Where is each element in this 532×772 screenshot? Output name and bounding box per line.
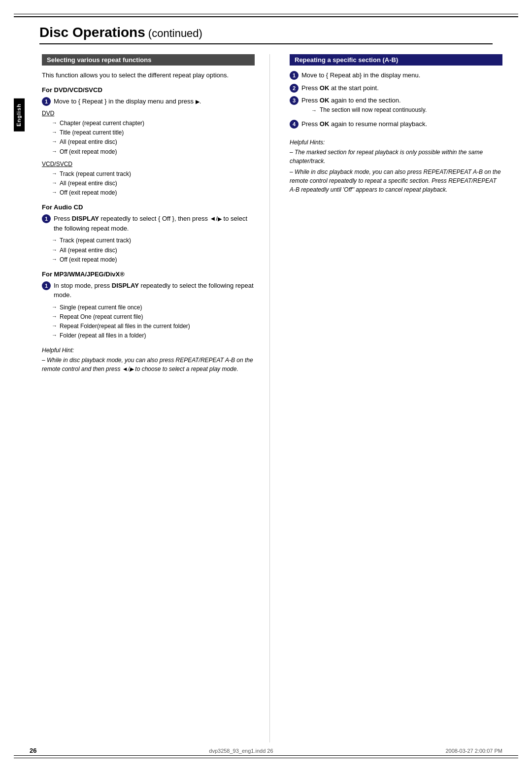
list-item: Off (exit repeat mode) <box>52 188 255 198</box>
step-number-r4: 4 <box>290 120 299 129</box>
column-divider <box>269 54 270 742</box>
step-number-1-mp3: 1 <box>42 281 51 290</box>
list-item: Single (repeat current file once) <box>52 303 255 312</box>
step-number-1-audio: 1 <box>42 214 51 223</box>
page-number: 26 <box>30 747 36 754</box>
page-title: Disc Operations (continued) <box>39 25 493 44</box>
step-number-r1: 1 <box>290 71 299 80</box>
list-item: Track (repeat current track) <box>52 236 255 245</box>
list-item: All (repeat entire disc) <box>52 137 255 147</box>
right-step1: 1 Move to { Repeat ab} in the display me… <box>290 70 502 80</box>
english-tab: English <box>14 99 25 132</box>
vcd-underline-heading: VCD/SVCD <box>42 161 255 168</box>
right-step3: 3 Press OK again to end the section. The… <box>290 96 502 116</box>
right-step3-text: Press OK again to end the section. The s… <box>301 96 502 116</box>
mp3-subheading: For MP3/WMA/JPEG/DivX® <box>42 270 255 278</box>
list-item: Off (exit repeat mode) <box>52 255 255 265</box>
step-number-r2: 2 <box>290 84 299 93</box>
dvd-step1: 1 Move to { Repeat } in the display menu… <box>42 97 255 106</box>
page: English Disc Operations (continued) Sele… <box>0 0 532 772</box>
bottom-border-outer <box>14 758 518 758</box>
dvd-underline-heading: DVD <box>42 110 255 117</box>
right-hint-title: Helpful Hints: <box>290 139 502 146</box>
content-area: Selecting various repeat functions This … <box>30 54 502 742</box>
step-number-1: 1 <box>42 97 51 106</box>
list-item: Folder (repeat all files in a folder) <box>52 331 255 340</box>
step3-note: The section will now repeat continuously… <box>311 105 502 115</box>
list-item: All (repeat entire disc) <box>52 179 255 188</box>
top-border-outer <box>14 14 518 14</box>
right-column: Repeating a specific section (A-B) 1 Mov… <box>285 54 502 742</box>
left-section-header: Selecting various repeat functions <box>42 54 255 66</box>
list-item: All (repeat entire disc) <box>52 246 255 255</box>
right-step2-text: Press OK at the start point. <box>301 83 502 93</box>
mp3-helpful-hints: Helpful Hint: – While in disc playback m… <box>42 347 255 373</box>
footer-date: 2008-03-27 2:00:07 PM <box>445 748 502 754</box>
right-hint1: – The marked section for repeat playback… <box>290 148 502 166</box>
right-step4: 4 Press OK again to resume normal playba… <box>290 119 502 129</box>
dvd-list: Chapter (repeat current chapter) Title (… <box>52 119 255 157</box>
dvd-step1-text: Move to { Repeat } in the display menu a… <box>54 97 255 106</box>
right-step2: 2 Press OK at the start point. <box>290 83 502 93</box>
list-item: Track (repeat current track) <box>52 169 255 179</box>
audio-step1: 1 Press DISPLAY repeatedly to select { O… <box>42 214 255 233</box>
list-item: Title (repeat current title) <box>52 128 255 137</box>
audio-step1-text: Press DISPLAY repeatedly to select { Off… <box>54 214 255 233</box>
right-step4-text: Press OK again to resume normal playback… <box>301 119 502 129</box>
right-hint2: – While in disc playback mode, you can a… <box>290 168 502 194</box>
list-item: Repeat Folder(repeat all files in the cu… <box>52 322 255 331</box>
audio-subheading: For Audio CD <box>42 203 255 211</box>
hint-title: Helpful Hint: <box>42 347 255 354</box>
page-title-area: Disc Operations (continued) <box>39 25 493 44</box>
hint-text: – While in disc playback mode, you can a… <box>42 356 255 373</box>
dvd-subheading: For DVD/VCD/SVCD <box>42 86 255 94</box>
page-footer: 26 dvp3258_93_eng1.indd 26 2008-03-27 2:… <box>30 747 502 754</box>
intro-text: This function allows you to select the d… <box>42 70 255 80</box>
right-step1-text: Move to { Repeat ab} in the display menu… <box>301 70 502 80</box>
footer-file: dvp3258_93_eng1.indd 26 <box>209 748 273 754</box>
right-helpful-hints: Helpful Hints: – The marked section for … <box>290 139 502 194</box>
mp3-list: Single (repeat current file once) Repeat… <box>52 303 255 341</box>
list-item: Off (exit repeat mode) <box>52 147 255 157</box>
right-section-header: Repeating a specific section (A-B) <box>290 54 502 66</box>
list-item: Chapter (repeat current chapter) <box>52 119 255 128</box>
audio-list: Track (repeat current track) All (repeat… <box>52 236 255 265</box>
bottom-border-inner <box>14 755 518 756</box>
list-item: Repeat One (repeat current file) <box>52 312 255 322</box>
top-border-inner <box>14 16 518 17</box>
left-column: Selecting various repeat functions This … <box>30 54 255 742</box>
mp3-step1: 1 In stop mode, press DISPLAY repeatedly… <box>42 281 255 300</box>
step-number-r3: 3 <box>290 96 299 105</box>
mp3-step1-text: In stop mode, press DISPLAY repeatedly t… <box>54 281 255 300</box>
vcd-list: Track (repeat current track) All (repeat… <box>52 169 255 198</box>
